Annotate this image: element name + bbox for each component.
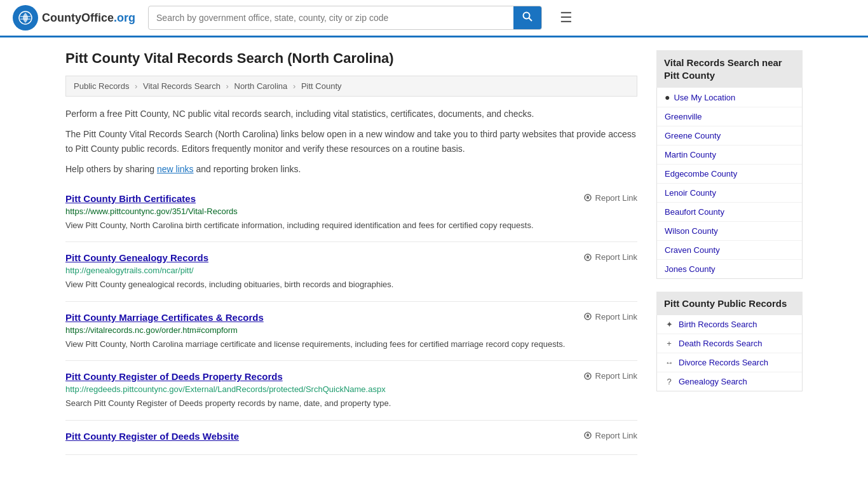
death-icon: + xyxy=(665,339,674,348)
nearby-greene[interactable]: Greene County xyxy=(657,126,802,146)
genealogy-icon: ? xyxy=(665,377,674,386)
report-link-2[interactable]: Report Link xyxy=(583,312,637,322)
nearby-jones[interactable]: Jones County xyxy=(657,260,802,278)
use-location-link[interactable]: Use My Location xyxy=(674,93,735,102)
breadcrumb-county: Pitt County xyxy=(301,81,342,91)
new-links-link[interactable]: new links xyxy=(157,164,194,174)
logo-text: CountyOffice.org xyxy=(42,11,135,25)
divorce-icon: ↔ xyxy=(665,358,674,367)
breadcrumb-vital-records[interactable]: Vital Records Search xyxy=(143,81,220,91)
nearby-craven[interactable]: Craven County xyxy=(657,241,802,260)
record-title-2[interactable]: Pitt County Marriage Certificates & Reco… xyxy=(65,312,264,323)
record-title-4[interactable]: Pitt County Register of Deeds Website xyxy=(65,431,239,442)
public-records-birth[interactable]: ✦ Birth Records Search xyxy=(657,315,802,334)
description-3: Help others by sharing new links and rep… xyxy=(65,162,637,176)
svg-line-4 xyxy=(529,18,532,21)
description-1: Perform a free Pitt County, NC public vi… xyxy=(65,107,637,121)
sidebar: Vital Records Search near Pitt County ● … xyxy=(656,50,803,455)
description-2: The Pitt County Vital Records Search (No… xyxy=(65,127,637,156)
nearby-wilson[interactable]: Wilson County xyxy=(657,222,802,241)
nearby-section-title: Vital Records Search near Pitt County xyxy=(656,50,803,88)
nearby-beaufort[interactable]: Beaufort County xyxy=(657,203,802,222)
nearby-martin[interactable]: Martin County xyxy=(657,146,802,165)
record-desc-0: View Pitt County, North Carolina birth c… xyxy=(65,219,637,232)
use-location-item[interactable]: ● Use My Location xyxy=(657,88,802,107)
public-records-divorce[interactable]: ↔ Divorce Records Search xyxy=(657,353,802,372)
location-pin-icon: ● xyxy=(665,92,670,102)
record-title-0[interactable]: Pitt County Birth Certificates xyxy=(65,193,196,204)
record-item-4: Pitt County Register of Deeds Website Re… xyxy=(65,421,637,455)
record-item-3: Pitt County Register of Deeds Property R… xyxy=(65,361,637,421)
main-layout: Pitt County Vital Records Search (North … xyxy=(53,37,815,468)
main-content: Pitt County Vital Records Search (North … xyxy=(65,50,637,455)
records-list: Pitt County Birth Certificates Report Li… xyxy=(65,183,637,455)
record-item-0: Pitt County Birth Certificates Report Li… xyxy=(65,183,637,243)
logo-icon xyxy=(13,5,38,30)
nearby-greenville[interactable]: Greenville xyxy=(657,107,802,126)
record-url-2[interactable]: https://vitalrecords.nc.gov/order.htm#co… xyxy=(65,325,238,335)
record-item-1: Pitt County Genealogy Records Report Lin… xyxy=(65,242,637,302)
public-records-death[interactable]: + Death Records Search xyxy=(657,334,802,353)
record-item-2: Pitt County Marriage Certificates & Reco… xyxy=(65,302,637,362)
public-records-section-title: Pitt County Public Records xyxy=(656,292,803,315)
birth-icon: ✦ xyxy=(665,320,674,329)
record-url-0[interactable]: https://www.pittcountync.gov/351/Vital-R… xyxy=(65,207,238,216)
report-link-0[interactable]: Report Link xyxy=(583,193,637,203)
breadcrumb-state[interactable]: North Carolina xyxy=(234,81,288,91)
record-desc-2: View Pitt County, North Carolina marriag… xyxy=(65,338,637,351)
record-desc-1: View Pitt County genealogical records, i… xyxy=(65,278,637,291)
report-link-4[interactable]: Report Link xyxy=(583,431,637,440)
site-logo[interactable]: CountyOffice.org xyxy=(13,5,135,30)
breadcrumb-public-records[interactable]: Public Records xyxy=(74,81,129,91)
record-url-1[interactable]: http://genealogytrails.com/ncar/pitt/ xyxy=(65,266,194,275)
menu-button[interactable]: ☰ xyxy=(555,7,578,29)
report-link-1[interactable]: Report Link xyxy=(583,252,637,262)
record-title-1[interactable]: Pitt County Genealogy Records xyxy=(65,252,208,263)
report-link-3[interactable]: Report Link xyxy=(583,371,637,381)
search-button[interactable] xyxy=(513,6,541,29)
breadcrumb: Public Records › Vital Records Search › … xyxy=(65,76,637,97)
public-records-genealogy[interactable]: ? Genealogy Search xyxy=(657,372,802,391)
record-title-3[interactable]: Pitt County Register of Deeds Property R… xyxy=(65,371,283,382)
nearby-edgecombe[interactable]: Edgecombe County xyxy=(657,165,802,184)
public-records-list: ✦ Birth Records Search + Death Records S… xyxy=(656,315,803,391)
search-bar xyxy=(148,6,542,30)
nearby-lenoir[interactable]: Lenoir County xyxy=(657,184,802,203)
search-input[interactable] xyxy=(149,8,513,28)
record-url-3[interactable]: http://regdeeds.pittcountync.gov/Externa… xyxy=(65,384,386,394)
record-desc-3: Search Pitt County Register of Deeds pro… xyxy=(65,397,637,410)
site-header: CountyOffice.org ☰ xyxy=(0,0,868,37)
nearby-list: ● Use My Location Greenville Greene Coun… xyxy=(656,88,803,279)
page-title: Pitt County Vital Records Search (North … xyxy=(65,50,637,67)
